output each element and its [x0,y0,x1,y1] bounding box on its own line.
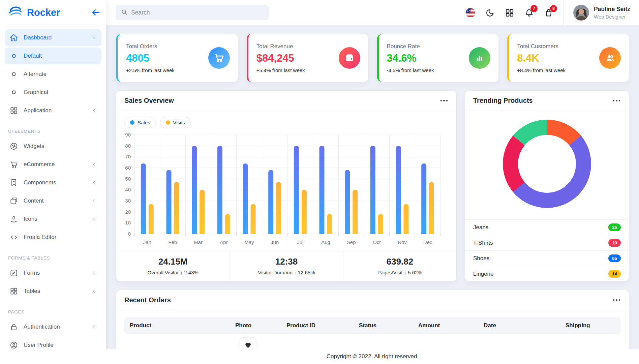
legend-label: Visits [173,120,185,125]
bar-sales-Dec [421,163,426,234]
sidebar-item-application[interactable]: Application [5,102,101,119]
user-role: Web Designer [594,14,630,20]
svg-text:Nov: Nov [398,239,407,245]
trending-products-menu[interactable] [612,97,621,104]
chart-legend: SalesVisits [116,111,456,129]
cart-icon [9,160,18,169]
product-name: Shoes [473,255,489,262]
sidebar-item-label: Graphical [24,89,48,96]
product-row-shoes[interactable]: Shoes65 [465,250,629,266]
stat-card-title: Total Revenue [256,43,305,50]
sidebar-item-components[interactable]: Components [5,174,101,191]
sales-stat-label: Overall Visitor ↑ 2.43% [120,270,226,275]
sidebar-item-label: Tables [24,288,40,295]
user-menu[interactable]: Pauline Seitz Web Designer [564,0,630,25]
trending-products-card: Trending Products Jeans25T-Shirts10Shoes… [465,91,629,281]
product-row-t-shirts[interactable]: T-Shirts10 [465,235,629,250]
moon-icon [485,8,495,18]
sales-overview-card: Sales Overview SalesVisits 0102030405060… [116,91,456,281]
legend-visits[interactable]: Visits [160,117,191,128]
product-name: Jeans [473,224,488,231]
code-icon [9,233,18,242]
stat-card-total-revenue[interactable]: Total Revenue$84,245+5.4% from last week [247,34,368,82]
sidebar-item-label: Default [24,53,42,59]
stat-card-bounce-rate[interactable]: Bounce Rate34.6%-4.5% from last week [377,34,499,82]
recent-orders-menu[interactable] [612,297,621,304]
chevron-down-icon [91,35,97,40]
language-flag-button[interactable] [466,8,475,18]
sales-overview-menu[interactable] [440,97,449,104]
wallet-icon [339,47,360,69]
svg-text:Feb: Feb [169,239,177,245]
radio-circle-icon [9,52,18,60]
sidebar-item-widgets[interactable]: Widgets [5,138,101,155]
stat-card-text: Total Revenue$84,245+5.4% from last week [256,43,305,73]
stat-card-total-orders[interactable]: Total Orders4805+2.5% from last week [116,34,238,82]
sidebar-item-dashboard[interactable]: Dashboard [5,29,101,46]
dark-mode-toggle[interactable] [485,8,495,18]
bar-sales-Jul [294,146,299,234]
bar-visits-Mar [200,190,205,234]
droplet-hand-icon [9,215,18,223]
sidebar-item-label: Content [24,198,44,204]
sidebar-item-forms[interactable]: Forms [5,265,101,281]
bar-sales-Oct [370,146,375,234]
content-icon [9,196,18,205]
product-row-lingerie[interactable]: Lingerie14 [465,266,629,281]
stat-card-total-customers[interactable]: Total Customers8.4K+8.4% from last week [507,34,629,82]
grid-icon [505,8,514,18]
orders-column-photo: Photo [235,322,286,329]
svg-text:60: 60 [125,165,131,171]
sidebar-item-alternate[interactable]: Alternate [5,66,101,83]
radio-circle-icon [9,70,18,79]
grid-icon [9,106,18,115]
product-count-badge: 10 [608,239,621,247]
bar-sales-Apr [217,146,222,234]
sidebar-item-content[interactable]: Content [5,192,101,209]
sidebar-item-graphical[interactable]: Graphical [5,84,101,101]
sidebar-item-ecommerce[interactable]: eCommerce [5,156,101,173]
sidebar-item-default[interactable]: Default [5,48,101,64]
search-input[interactable] [131,9,264,16]
sidebar-menu: DashboardDefaultAlternateGraphicalApplic… [0,25,106,354]
product-count-badge: 65 [608,254,621,262]
sidebar-section-label: UI ELEMENTS [0,120,106,136]
bar-visits-Dec [429,182,434,234]
legend-sales[interactable]: Sales [124,117,156,128]
sidebar-item-froala-editor[interactable]: Froala Editor [5,229,101,246]
svg-text:Apr: Apr [220,239,227,245]
sidebar-item-label: Forms [24,270,40,276]
donut-hole [518,135,576,193]
chevron-left-icon [91,324,97,330]
sidebar-collapse-button[interactable] [91,7,101,18]
sidebar-item-authentication[interactable]: Authentication [5,318,101,335]
legend-label: Sales [138,120,150,125]
svg-text:Oct: Oct [373,239,381,245]
sales-stat-value: 639.82 [347,256,453,267]
orders-column-status: Status [359,322,418,329]
topbar: 7 8 Pauline Seitz [106,0,639,25]
sidebar-item-label: Widgets [24,143,44,150]
bar-sales-Nov [396,146,401,234]
svg-text:50: 50 [125,176,131,182]
apps-grid-button[interactable] [505,8,514,18]
sidebar-item-tables[interactable]: Tables [5,283,101,300]
svg-text:Jan: Jan [143,239,151,245]
sidebar-item-icons[interactable]: Icons [5,211,101,228]
cart-fill-icon [208,47,230,69]
svg-text:May: May [244,239,254,245]
sidebar-item-label: Icons [24,216,37,222]
bar-visits-Jul [302,190,307,234]
stat-card-value: 4805 [126,52,175,64]
cart-button[interactable]: 8 [544,8,553,18]
sidebar-item-user-profile[interactable]: User Profile [5,337,101,354]
product-row-jeans[interactable]: Jeans25 [465,219,629,235]
bar-visits-Nov [404,204,409,234]
person-circle-icon [9,341,18,350]
notifications-button[interactable]: 7 [524,8,534,18]
sidebar-section-label: FORMS & TABLES [0,247,106,263]
bar-visits-Feb [174,182,179,234]
orders-column-shipping: Shipping [566,322,621,329]
stat-card-title: Bounce Rate [387,43,434,50]
product-list: Jeans25T-Shirts10Shoes65Lingerie14 [465,219,629,281]
